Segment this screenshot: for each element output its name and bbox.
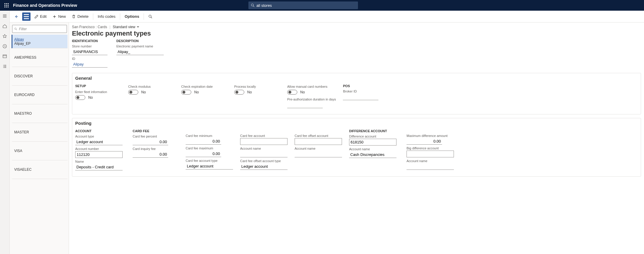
- list-item[interactable]: EUROCARD: [12, 86, 68, 104]
- big-diff-name-input[interactable]: [407, 163, 454, 170]
- list-item[interactable]: Alipay Alipay_EP: [12, 35, 68, 48]
- list-item[interactable]: MASTER: [12, 123, 68, 142]
- toggle-modulus[interactable]: [128, 90, 138, 95]
- list-item[interactable]: VISA: [12, 142, 68, 160]
- svg-rect-3: [4, 5, 5, 6]
- fee-acct-input[interactable]: [240, 138, 288, 145]
- preauth-input[interactable]: [287, 102, 323, 108]
- svg-point-15: [15, 28, 16, 29]
- store-number-input[interactable]: [72, 49, 107, 55]
- label-local: Process locally: [234, 85, 256, 88]
- account-number-input[interactable]: [75, 151, 123, 158]
- search-icon: [14, 27, 17, 31]
- toggle-manual[interactable]: [287, 90, 297, 95]
- workspace-icon[interactable]: [2, 53, 8, 59]
- svg-rect-5: [8, 5, 9, 6]
- list-item[interactable]: DISCOVER: [12, 67, 68, 86]
- fee-max-input[interactable]: [186, 151, 221, 157]
- info-codes-button[interactable]: Info codes: [96, 13, 118, 20]
- list-item[interactable]: AMEXPRESS: [12, 48, 68, 67]
- svg-rect-7: [6, 7, 7, 7]
- label-id: ID: [72, 57, 107, 60]
- app-title: Finance and Operations Preview: [13, 3, 77, 8]
- global-search[interactable]: [248, 1, 358, 9]
- global-search-input[interactable]: [256, 3, 356, 8]
- edit-button[interactable]: Edit: [32, 13, 49, 20]
- epay-name-input[interactable]: [116, 49, 164, 55]
- fee-acct-type-input[interactable]: [186, 163, 233, 170]
- account-name-input[interactable]: [75, 164, 123, 170]
- label-modulus: Check modulus: [128, 85, 151, 88]
- list-filter[interactable]: [12, 25, 67, 33]
- label-fleet: Enter fleet information: [75, 90, 107, 94]
- header-fields: IDENTIFICATION Store number ID DESCRIPTI…: [72, 39, 641, 69]
- recent-icon[interactable]: [2, 43, 8, 49]
- new-button[interactable]: New: [50, 13, 68, 20]
- back-button[interactable]: [12, 13, 20, 20]
- svg-rect-6: [4, 7, 5, 7]
- diff-name-input[interactable]: [349, 151, 396, 158]
- account-type-input[interactable]: [75, 139, 123, 145]
- fee-acct-name-input[interactable]: [240, 151, 288, 157]
- delete-button[interactable]: Delete: [70, 13, 91, 20]
- svg-point-9: [251, 4, 253, 6]
- icon-rail: [0, 11, 10, 254]
- fee-offset-acct-input[interactable]: [295, 138, 342, 145]
- label-fee-acct: Card fee account: [240, 134, 288, 138]
- inquiry-fee-input[interactable]: [133, 151, 168, 158]
- svg-rect-4: [6, 5, 7, 6]
- label-fee-pct: Card fee percent: [133, 135, 179, 138]
- section-identification: IDENTIFICATION: [72, 39, 107, 43]
- modules-icon[interactable]: [2, 63, 8, 69]
- label-big-diff-name: Account name: [407, 159, 457, 163]
- broker-input[interactable]: [343, 94, 378, 100]
- find-button[interactable]: [146, 13, 155, 20]
- label-preauth: Pre-authorization duration in days: [287, 98, 336, 101]
- panel-posting-header[interactable]: Posting: [72, 118, 641, 128]
- home-icon[interactable]: [2, 23, 8, 29]
- plus-icon: [52, 15, 57, 19]
- subsection-account: ACCOUNT: [75, 129, 126, 133]
- label-acct-name-b: Account name: [295, 147, 342, 150]
- svg-rect-12: [3, 55, 7, 58]
- options-button[interactable]: Options: [123, 13, 141, 20]
- toggle-expiry[interactable]: [181, 90, 191, 95]
- panel-general-header[interactable]: General: [72, 73, 641, 83]
- view-selector[interactable]: Standard view: [113, 25, 139, 29]
- label-broker: Broker ID: [343, 90, 389, 93]
- label-expiry: Check expiration date: [181, 85, 213, 88]
- fee-min-input[interactable]: [186, 138, 221, 145]
- list-item[interactable]: MAESTRO: [12, 104, 68, 123]
- fee-offset-name-input[interactable]: [295, 151, 342, 157]
- subsection-pos: POS: [343, 84, 389, 88]
- chevron-down-icon: [136, 25, 139, 28]
- label-fee-min: Card fee minimum: [186, 134, 233, 138]
- svg-point-13: [149, 15, 151, 17]
- record-list: Alipay Alipay_EP AMEXPRESS DISCOVER EURO…: [12, 35, 68, 252]
- label-account-number: Account number: [75, 147, 126, 151]
- id-input[interactable]: [72, 61, 107, 68]
- fee-pct-input[interactable]: [133, 139, 168, 145]
- page-title: Electronic payment types: [72, 30, 641, 37]
- app-launcher-icon[interactable]: [2, 1, 11, 9]
- list-filter-input[interactable]: [19, 27, 65, 31]
- max-diff-input[interactable]: [407, 138, 442, 145]
- toggle-local[interactable]: [234, 90, 244, 95]
- panel-general: General SETUP Enter fleet information No…: [72, 73, 641, 114]
- star-icon[interactable]: [2, 33, 8, 39]
- list-view-button[interactable]: [22, 12, 30, 21]
- toggle-fleet[interactable]: [75, 95, 85, 100]
- big-diff-input[interactable]: [407, 151, 454, 157]
- trash-icon: [72, 15, 76, 19]
- subsection-diff: DIFFERENCE ACCOUNT: [349, 129, 399, 133]
- subsection-setup: SETUP: [75, 84, 121, 88]
- search-icon: [251, 3, 255, 7]
- label-epay-name: Electronic payment name: [116, 44, 164, 48]
- hamburger-icon[interactable]: [2, 13, 8, 19]
- label-fee-offset-type: Card fee offset account type: [240, 159, 288, 163]
- list-item[interactable]: VISAELEC: [12, 160, 68, 179]
- fee-offset-type-input[interactable]: [240, 163, 288, 170]
- diff-acct-input[interactable]: [349, 139, 396, 146]
- title-bar: Finance and Operations Preview: [0, 0, 644, 11]
- search-icon: [148, 15, 152, 19]
